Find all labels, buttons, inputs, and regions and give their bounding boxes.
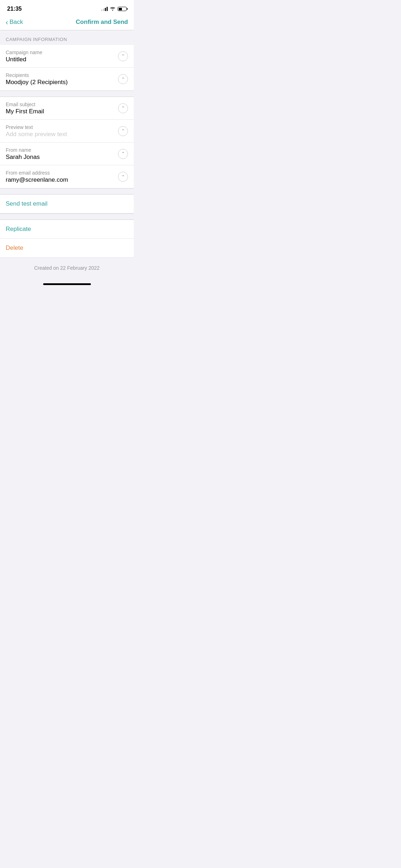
campaign-name-chevron[interactable]: ⌃ <box>118 51 128 61</box>
from-email-row[interactable]: From email address ramy@screenlane.com ⌃ <box>0 165 134 188</box>
recipients-label: Recipients <box>6 72 68 78</box>
status-time: 21:35 <box>7 6 22 12</box>
from-name-chevron[interactable]: ⌃ <box>118 149 128 159</box>
wifi-icon <box>110 6 115 12</box>
campaign-info-group: Campaign name Untitled ⌃ Recipients Mood… <box>0 45 134 91</box>
email-subject-row[interactable]: Email subject My First Email ⌃ <box>0 97 134 120</box>
section-separator-2 <box>0 188 134 195</box>
from-name-value: Sarah Jonas <box>6 154 40 161</box>
from-email-label: From email address <box>6 170 68 176</box>
preview-text-row[interactable]: Preview text Add some preview text ⌃ <box>0 120 134 143</box>
preview-text-label: Preview text <box>6 124 67 130</box>
send-test-email-row[interactable]: Send test email <box>0 195 134 213</box>
replicate-row[interactable]: Replicate <box>0 220 134 239</box>
campaign-name-row[interactable]: Campaign name Untitled ⌃ <box>0 45 134 68</box>
preview-text-chevron[interactable]: ⌃ <box>118 126 128 136</box>
email-section-group: Email subject My First Email ⌃ Preview t… <box>0 97 134 188</box>
footer: Created on 22 February 2022 <box>0 258 134 283</box>
email-subject-chevron[interactable]: ⌃ <box>118 103 128 113</box>
from-email-value: ramy@screenlane.com <box>6 176 68 184</box>
from-name-label: From name <box>6 147 40 153</box>
from-name-row[interactable]: From name Sarah Jonas ⌃ <box>0 143 134 165</box>
recipients-value: Moodjoy (2 Recipients) <box>6 79 68 86</box>
campaign-name-label: Campaign name <box>6 50 42 55</box>
back-button[interactable]: ‹ Back <box>6 19 23 26</box>
send-test-email-label: Send test email <box>6 200 47 207</box>
from-email-chevron[interactable]: ⌃ <box>118 172 128 182</box>
campaign-name-value: Untitled <box>6 56 42 63</box>
chevron-left-icon: ‹ <box>6 19 8 26</box>
status-icons <box>101 6 127 12</box>
preview-text-value: Add some preview text <box>6 131 67 138</box>
delete-label: Delete <box>6 244 23 251</box>
recipients-chevron[interactable]: ⌃ <box>118 74 128 84</box>
page-title: Confirm and Send <box>76 19 128 26</box>
replicate-label: Replicate <box>6 226 31 232</box>
email-subject-label: Email subject <box>6 102 44 107</box>
section-separator-3 <box>0 213 134 220</box>
signal-icon <box>101 7 108 11</box>
home-indicator <box>0 283 134 288</box>
battery-icon <box>118 7 127 11</box>
recipients-row[interactable]: Recipients Moodjoy (2 Recipients) ⌃ <box>0 68 134 91</box>
status-bar: 21:35 <box>0 0 134 16</box>
footer-created-text: Created on 22 February 2022 <box>34 265 100 271</box>
nav-bar: ‹ Back Confirm and Send <box>0 16 134 30</box>
section-separator-1 <box>0 91 134 97</box>
email-subject-value: My First Email <box>6 108 44 115</box>
back-label: Back <box>10 19 23 26</box>
home-bar <box>43 283 91 285</box>
delete-row[interactable]: Delete <box>0 239 134 258</box>
campaign-section-header: CAMPAIGN INFORMATION <box>0 30 134 45</box>
